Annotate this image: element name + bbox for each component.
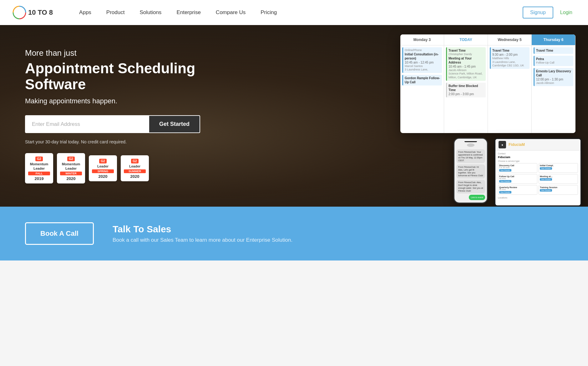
g2-label: G2 — [131, 159, 138, 163]
service-item: Meeting at... See Details — [539, 174, 578, 184]
cal-event: Gordon Rample Follow-Up Call — [402, 75, 442, 85]
nav-apps[interactable]: Apps — [72, 9, 99, 16]
cal-col-thu: Travel Time Petra Follow-Up Call Ernesto… — [532, 45, 575, 133]
navbar-actions: Signup Login — [523, 7, 575, 18]
badge-season: SPRING — [92, 169, 114, 173]
service-item: Discovery Call 1 hr 30 mins See Details — [498, 163, 537, 173]
service-item: Quarterly Review 45 mins See Details — [498, 185, 537, 195]
badge-season: FALL — [28, 172, 50, 175]
badge-year: 2020 — [92, 174, 114, 179]
see-details-button[interactable]: See Details — [499, 169, 511, 172]
logo-icon — [13, 6, 26, 19]
nav-compare-us[interactable]: Compare Us — [208, 9, 253, 16]
cta-title: Talk To Sales — [113, 224, 292, 235]
email-input[interactable] — [25, 115, 149, 133]
badge-summer-2020: G2 Leader SUMMER 2020 — [121, 155, 149, 181]
calendar-header: Monday 3 TODAY Wednesday 5 Thursday 6 — [400, 34, 575, 45]
g2-label: G2 — [99, 159, 106, 163]
see-details-button[interactable]: See Details — [540, 167, 552, 170]
tablet-service-grid: Discovery Call 1 hr 30 mins See Details … — [498, 163, 578, 195]
calendar-mockup: Monday 3 TODAY Wednesday 5 Thursday 6 On… — [400, 34, 575, 133]
service-item: Follow Up Call 40 mins See Details — [498, 174, 537, 184]
nav-pricing[interactable]: Pricing — [253, 9, 284, 16]
logo[interactable]: 10 TO 8 — [13, 6, 53, 19]
hero-section: More than just Appointment Scheduling So… — [0, 25, 588, 207]
tablet-locations-label: Locations — [498, 197, 578, 199]
see-details-button[interactable]: See Details — [499, 191, 511, 193]
tablet-contact-name: Fiduciam — [498, 156, 578, 159]
award-badges: G2 MomentumLeader FALL 2019 G2 MomentumL… — [25, 153, 200, 183]
badge-fall-2019: G2 MomentumLeader FALL 2019 — [25, 153, 53, 183]
phone-screen: From FitnessClub: Your appointment is co… — [454, 139, 487, 203]
tablet-mockup: ● FiduciaM Contact Fiduciam Choose a ser… — [494, 138, 582, 207]
email-form: Get Started — [25, 115, 200, 133]
tablet-contact-label: Contact — [498, 152, 578, 155]
cal-day-today: TODAY — [444, 34, 488, 45]
cal-event: Petra Follow-Up Call — [534, 56, 573, 66]
badge-year: 2020 — [60, 176, 82, 181]
cal-col-mon: Online/Phone Initial Consultation (in-pe… — [400, 45, 444, 133]
phone-mockup: From FitnessClub: Your appointment is co… — [454, 138, 488, 204]
logo-text: 10 TO 8 — [28, 8, 53, 17]
hero-subtitle: More than just — [25, 48, 200, 58]
tablet-screen: ● FiduciaM Contact Fiduciam Choose a ser… — [495, 139, 580, 205]
signup-button[interactable]: Signup — [523, 7, 553, 18]
see-details-button[interactable]: See Details — [540, 178, 552, 181]
badge-title: Leader — [92, 164, 114, 168]
cta-text: Talk To Sales Book a call with our Sales… — [113, 224, 292, 243]
hero-content: More than just Appointment Scheduling So… — [0, 29, 219, 202]
badge-title: MomentumLeader — [28, 162, 50, 170]
service-item: Initial Compl. See Details — [539, 163, 578, 173]
cal-col-today: Travel Time Christopher Dandy Meeting at… — [444, 45, 488, 133]
badge-year: 2019 — [28, 176, 50, 181]
hero-description: Making appointments happen. — [25, 97, 200, 105]
cal-day-mon: Monday 3 — [400, 34, 444, 45]
badge-title: Leader — [124, 164, 146, 168]
cal-day-thu: Thursday 6 — [532, 34, 575, 45]
badge-year: 2020 — [124, 174, 146, 179]
nav-product[interactable]: Product — [99, 9, 132, 16]
service-item: Training Session See Details — [539, 185, 578, 195]
tablet-logo-icon: ● — [499, 141, 506, 148]
phone-message: From FitnessClub: Your appointment is co… — [456, 149, 485, 163]
badge-title: MomentumLeader — [60, 162, 82, 170]
nav-links: Apps Product Solutions Enterprise Compar… — [72, 9, 523, 16]
phone-notch — [464, 141, 477, 142]
cta-section: Book A Call Talk To Sales Book a call wi… — [0, 207, 588, 260]
badge-season: SUMMER — [124, 169, 146, 173]
nav-solutions[interactable]: Solutions — [132, 9, 169, 16]
cal-event: Online/Phone Initial Consultation (in-pe… — [402, 47, 442, 73]
nav-enterprise[interactable]: Enterprise — [169, 9, 208, 16]
tablet-header: ● FiduciaM — [495, 139, 580, 151]
cal-event: Travel Time Christopher Dandy Meeting at… — [446, 47, 486, 81]
g2-label: G2 — [35, 157, 43, 161]
phone-message-sent: Link to event — [469, 195, 485, 200]
book-call-button[interactable]: Book A Call — [25, 222, 94, 245]
calendar-body: Online/Phone Initial Consultation (in-pe… — [400, 45, 575, 133]
tablet-body: Contact Fiduciam Choose a service type D… — [495, 151, 580, 202]
phone-message: From FitnessClub: Ales, Don't forget to … — [456, 180, 485, 193]
badge-spring-2020: G2 Leader SPRING 2020 — [89, 155, 117, 181]
cal-event-blocked: Buffer time Blocked Time 2:00 pm - 3:00 … — [446, 83, 486, 97]
cal-event: Ernesto Lary Discovery Call 12:00 pm - 1… — [534, 68, 573, 86]
trial-text: Start your 30-day trial today. No credit… — [25, 139, 200, 144]
cal-event: Travel Time — [534, 47, 573, 54]
login-button[interactable]: Login — [557, 7, 575, 18]
g2-label: G2 — [67, 157, 74, 161]
cta-description: Book a call with our Sales Team to learn… — [113, 237, 292, 243]
hero-title: Appointment Scheduling Software — [25, 60, 200, 92]
phone-avatar — [467, 143, 474, 147]
cal-day-wed: Wednesday 5 — [488, 34, 532, 45]
tablet-service-type-label: Choose a service type — [498, 160, 578, 162]
navbar: 10 TO 8 Apps Product Solutions Enterpris… — [0, 0, 588, 25]
get-started-button[interactable]: Get Started — [149, 115, 200, 133]
phone-message: From FitnessClub: Hi Ales, Let's get fit… — [456, 164, 485, 178]
see-details-button[interactable]: See Details — [540, 189, 552, 192]
tablet-brand: FiduciaM — [509, 142, 525, 147]
cal-col-wed: Travel Time 9:30 am - 2:00 pm Matthew Hi… — [488, 45, 532, 133]
badge-winter-2020: G2 MomentumLeader WINTER 2020 — [57, 153, 85, 183]
see-details-button[interactable]: See Details — [499, 180, 511, 183]
badge-season: WINTER — [60, 172, 82, 175]
cal-event: Travel Time 9:30 am - 2:00 pm Matthew Hi… — [490, 47, 530, 69]
